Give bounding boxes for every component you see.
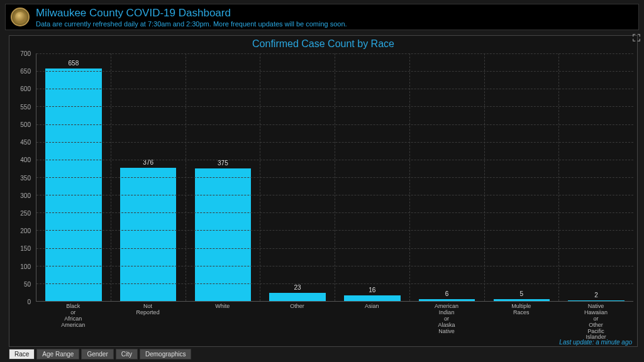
bar[interactable]: 6 bbox=[419, 299, 475, 301]
y-tick: 600 bbox=[20, 85, 31, 92]
x-tick-label: Black or African American bbox=[36, 302, 111, 336]
x-axis-labels: Black or African AmericanNot ReportedWhi… bbox=[36, 302, 633, 336]
gridline bbox=[36, 195, 633, 195]
x-tick-label: Multiple Races bbox=[484, 302, 559, 336]
x-tick-label: Native Hawaiian or Other Pacific Islande… bbox=[558, 302, 633, 336]
y-tick: 50 bbox=[24, 280, 31, 287]
chart-title: Confirmed Case Count by Race bbox=[9, 36, 637, 51]
y-axis: 0501001502002503003504004505005506006507… bbox=[12, 53, 33, 302]
y-tick: 300 bbox=[20, 192, 31, 199]
y-tick: 650 bbox=[20, 68, 31, 75]
dashboard-title: Milwaukee County COVID-19 Dashboard bbox=[36, 7, 347, 19]
y-tick: 500 bbox=[20, 121, 31, 128]
gridline bbox=[36, 124, 633, 125]
gridline bbox=[36, 177, 633, 178]
gridline bbox=[36, 160, 633, 160]
y-tick: 400 bbox=[20, 156, 31, 163]
tabs: RaceAge RangeGenderCityDemographics bbox=[9, 349, 191, 359]
y-tick: 250 bbox=[20, 209, 31, 216]
tab-demographics[interactable]: Demographics bbox=[140, 349, 191, 359]
x-tick-label: American Indian or Alaska Native bbox=[409, 302, 484, 336]
header-text: Milwaukee County COVID-19 Dashboard Data… bbox=[36, 7, 347, 28]
y-tick: 550 bbox=[20, 103, 31, 110]
gridline bbox=[36, 248, 633, 249]
dashboard-subtitle: Data are currently refreshed daily at 7:… bbox=[36, 20, 347, 28]
bar[interactable]: 375 bbox=[195, 168, 251, 301]
gridline bbox=[36, 53, 633, 54]
y-tick: 450 bbox=[20, 139, 31, 146]
tab-age-range[interactable]: Age Range bbox=[36, 349, 79, 359]
bar-value-label: 658 bbox=[45, 60, 101, 67]
y-tick: 700 bbox=[20, 50, 31, 57]
y-tick: 150 bbox=[20, 245, 31, 252]
bar[interactable]: 5 bbox=[494, 299, 550, 301]
county-seal-logo bbox=[11, 8, 30, 26]
bar-value-label: 2 bbox=[568, 292, 624, 299]
y-tick: 100 bbox=[20, 263, 31, 270]
plot-area: 6583763752316652 bbox=[36, 53, 633, 302]
expand-icon[interactable] bbox=[632, 33, 641, 42]
last-update: Last update: a minute ago bbox=[559, 339, 632, 346]
tab-gender[interactable]: Gender bbox=[81, 349, 113, 359]
bar-value-label: 16 bbox=[344, 287, 400, 293]
chart-card: Confirmed Case Count by Race 05010015020… bbox=[9, 35, 638, 347]
bar-value-label: 6 bbox=[419, 290, 475, 297]
bar[interactable]: 16 bbox=[344, 295, 400, 301]
bar[interactable]: 2 bbox=[568, 300, 624, 301]
gridline bbox=[36, 142, 633, 143]
y-tick: 0 bbox=[27, 299, 31, 305]
tab-city[interactable]: City bbox=[116, 349, 138, 359]
chart-area: 0501001502002503003504004505005506006507… bbox=[12, 53, 633, 336]
bar-value-label: 375 bbox=[195, 160, 251, 167]
gridline bbox=[36, 230, 633, 231]
bar-value-label: 5 bbox=[494, 290, 550, 297]
bar[interactable]: 376 bbox=[120, 168, 176, 301]
x-tick-label: Other bbox=[260, 302, 335, 336]
bar-value-label: 23 bbox=[269, 284, 325, 291]
bar[interactable]: 23 bbox=[269, 293, 325, 301]
x-tick-label: Not Reported bbox=[111, 302, 186, 336]
y-tick: 200 bbox=[20, 228, 31, 234]
y-tick: 350 bbox=[20, 174, 31, 181]
gridline bbox=[36, 89, 633, 89]
gridline bbox=[36, 71, 633, 72]
x-tick-label: White bbox=[186, 302, 260, 336]
header: Milwaukee County COVID-19 Dashboard Data… bbox=[5, 4, 639, 30]
gridline bbox=[36, 266, 633, 266]
tab-race[interactable]: Race bbox=[9, 349, 35, 359]
bar-value-label: 376 bbox=[120, 159, 176, 166]
x-tick-label: Asian bbox=[335, 302, 409, 336]
gridline bbox=[36, 283, 633, 284]
gridline bbox=[36, 106, 633, 107]
gridline bbox=[36, 212, 633, 213]
